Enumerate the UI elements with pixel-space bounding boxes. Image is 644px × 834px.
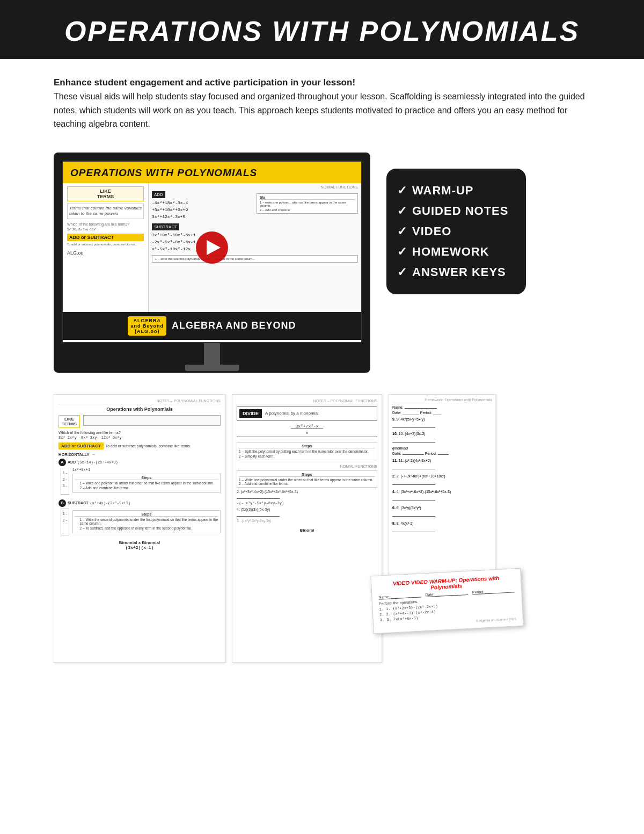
problem-4-answer-line — [237, 511, 280, 517]
hw-p9-answer — [392, 423, 435, 428]
check-homework-icon: ✓ — [397, 245, 407, 259]
add-problem-a-expr: (5x+14)-(2x²-4x+3) — [77, 460, 118, 465]
notes-label: NOTES – POLYNOMIAL FUNCTIONS — [157, 399, 221, 403]
hw-p8-text: 8. 4x(x²-2) — [397, 521, 414, 525]
intro-section: Enhance student engagement and active pa… — [27, 59, 617, 142]
notes-label-2: NOTES – POLYNOMIAL FUNCTIONS — [313, 399, 377, 403]
homework-sheet: Homework: Operations with Polynomials Na… — [389, 394, 496, 598]
hw-problem-4: 4. 4. (3x²+x⁴-6x+2)-(15x⁴-6x²+5x-3) — [392, 490, 492, 494]
subtract-steps: 1 – write the second polynomial so that … — [152, 255, 358, 263]
hw-p10-answer — [392, 437, 435, 443]
subtract-step2-text: 2 – To subtract, add the opposite of eve… — [76, 526, 218, 530]
monitor: OPERATIONS WITH POLYNOMIALS LIKETERMS Te… — [54, 153, 370, 373]
subtract-steps-right: Steps 1 – Write the second polynomial un… — [72, 509, 221, 538]
warmup-date-label: Date: ___________ — [425, 591, 468, 597]
check-warmup-label: WARM-UP — [412, 184, 474, 198]
add-problem-a-label: A ADD (5x+14)-(2x²-4x+3) — [58, 459, 118, 466]
monitor-left-panel: LIKETERMS Terms that contain the same va… — [63, 183, 149, 312]
problem-2-text: 2. (x²+3x²-4x+2)-(15x²+2x²-6x²+5x-3) — [237, 490, 377, 494]
hw-p6-num: 6. — [392, 506, 396, 510]
problem-4: 4. (5x)(3)(3x)(5x-3y) — [237, 507, 377, 517]
checklist-item-answer-keys: ✓ ANSWER KEYS — [397, 265, 513, 279]
check-guided-icon: ✓ — [397, 204, 407, 218]
page-title: OPERATIONS WITH POLYNOMIALS — [11, 15, 633, 47]
subtract-label-b: SUBTRACT — [68, 501, 89, 505]
divide-row: DIVIDE A polynomial by a monomial. — [237, 407, 377, 420]
problem-2: 2. (x²+3x²-4x+2)-(15x²+2x²-6x²+5x-3) — [237, 490, 377, 499]
binomial-x-binomial-title: Binomial x Binomial — [58, 540, 221, 545]
warmup-p3-label: 3. — [379, 618, 384, 622]
like-terms-row: LIKETERMS — [58, 415, 221, 428]
monitor-bottom-bar: ALGEBRAand Beyond(ALG.oo) ALGEBRA AND BE… — [63, 312, 361, 340]
add-step2: 2 – Add and combine like terms. — [75, 486, 218, 490]
notes-title: Operations with Polynomials — [58, 407, 221, 412]
problem-3-label: 3. -(- x²y²-5x²y-6xy-3y) — [237, 519, 377, 523]
add-steps-row: 1 - 2 - 3 - 1x²+8x+1 Steps 1 – Write one… — [58, 468, 221, 497]
subtract-steps-desc: Steps 1 – Write the second polynomial un… — [72, 510, 221, 533]
hw-header-text: Homework: Operations with Polynomials — [425, 398, 492, 402]
add-column: ADD -4x²+18x²-3x-4 +3x²+10x²+0x+9 3x²+12… — [152, 191, 253, 220]
hw-problem-6: 6. 6. (3x²y)(5x²y²) — [392, 506, 492, 510]
video-screen-title: OPERATIONS WITH POLYNOMIALS — [70, 167, 354, 179]
check-guided-label: GUIDED NOTES — [412, 204, 508, 218]
add-step1: 1 – Write one polynomial under the other… — [75, 481, 218, 485]
check-homework-label: HOMEWORK — [412, 245, 489, 259]
steps-subtract-monitor: 1 – write the second polynomial so that … — [152, 255, 358, 263]
hw-problem-9: 9. 9. 4x²(5x-y+5x²y) — [392, 417, 492, 421]
which-following-text: Which of the following are like terms? — [58, 431, 221, 434]
add-step2-text: 2 – Add and combine like terms. — [76, 486, 218, 490]
checklist-item-guided-notes: ✓ GUIDED NOTES — [397, 204, 513, 218]
hw-p11-num: 11. — [392, 459, 398, 462]
binomial-label-2-text: Binomi — [299, 528, 314, 533]
divide-header-line: NOTES – POLYNOMIAL FUNCTIONS — [237, 399, 377, 404]
checklist-item-warmup: ✓ WARM-UP — [397, 184, 513, 198]
hw-problem-2: 2. 2. (-7-3x²-6x²)+(6x²+10+10x²) — [392, 474, 492, 478]
like-terms-examples-monitor: 5x² 20z 8z 3ay -12x² — [67, 228, 144, 231]
practice-step1: 1 – Write one polynomial under the other… — [239, 478, 375, 482]
play-button[interactable] — [196, 231, 228, 264]
algebra-beyond-label: ALGEBRA AND BEYOND — [172, 320, 296, 331]
divide-label: DIVIDE — [239, 409, 262, 418]
intermediate-expr-mid: -(- x²y²-5x²y-6xy-3y) — [237, 501, 377, 505]
subtract-section-label: SUBTRACT — [152, 223, 179, 230]
monitor-stem — [204, 343, 220, 365]
add-intermediate-expr: 1x²+8x+1 — [72, 468, 221, 472]
binomial-label-2: Binomi — [237, 528, 377, 533]
subtract-problem-b-label: B SUBTRACT (x²+4x)-(2x²-5x+3) — [58, 499, 130, 507]
hw-p6-answer — [392, 511, 435, 517]
hw-p2-num: 2. — [392, 474, 396, 478]
hw-name-line: Name: — [392, 405, 492, 409]
checklist-box: ✓ WARM-UP ✓ GUIDED NOTES ✓ VIDEO ✓ HOMEW… — [386, 169, 526, 294]
algebra-logo-row: ALG.oo — [67, 250, 144, 256]
divide-steps-box: Steps 1 – Split the polynomial by puttin… — [237, 442, 377, 460]
nomial-functions-label-mid: NOMIAL FUNCTIONS — [237, 465, 377, 468]
monitor-screen: OPERATIONS WITH POLYNOMIALS LIKETERMS Te… — [62, 161, 362, 343]
monitor-right-panel: NOMIAL FUNCTIONS ADD -4x²+18x²-3x-4 +3x²… — [149, 183, 361, 312]
hw-p8-answer — [392, 527, 435, 532]
practice-steps: Steps 1 – Write one polynomial under the… — [237, 470, 377, 488]
warmup-title-text: VIDEO WARM-UP: Operations with Polynomia… — [411, 575, 500, 591]
binomial-section: Binomial x Binomial (3x+2)(x-1) — [58, 540, 221, 550]
divide-step1: 1 – Split the polynomial by putting each… — [239, 449, 375, 453]
binomial-expr: (3x+2)(x-1) — [58, 545, 221, 550]
hw-date-period: Date: ________ Period: ____ — [392, 411, 492, 415]
hw-p10-num: 10. — [392, 432, 398, 436]
page-header: OPERATIONS WITH POLYNOMIALS — [0, 0, 644, 59]
hw-date-period-2: Date: Period: — [392, 452, 492, 455]
circle-a-icon: A — [58, 459, 66, 466]
video-title-bar: OPERATIONS WITH POLYNOMIALS — [63, 162, 361, 183]
add-steps-numbered: 1 - 2 - 3 - — [61, 468, 69, 495]
steps-box-monitor: Ste 1 – write one polyno... after so lik… — [257, 193, 358, 214]
subtract-steps-row: 1 - 2 - Steps 1 – Write the second polyn… — [58, 509, 221, 538]
add-subtract-row: ADD or SUBTRACT To add or subtract polyn… — [58, 443, 221, 449]
add-steps-desc: Steps 1 – Write one polynomial under the… — [72, 474, 221, 493]
intro-bold: Enhance student engagement and active pa… — [54, 77, 355, 88]
divide-step2: 2 – Simplify each term. — [239, 454, 375, 458]
algebra-beyond-logo-text: ALGEBRAand Beyond(ALG.oo) — [128, 316, 166, 336]
practice-step2: 2 – Add and combine like terms. — [239, 482, 375, 485]
warmup-period-label: Period: ____ — [472, 588, 515, 594]
hw-p9-num: 9. — [392, 417, 396, 421]
subtract-section: SUBTRACT 3x²+0x²-10x²-6x+1 -2x⁴-5x³-0x²-… — [152, 223, 358, 252]
hw-lynomials: lynomials — [392, 446, 492, 450]
guided-notes-worksheet: NOTES – POLYNOMIAL FUNCTIONS Operations … — [54, 394, 225, 663]
